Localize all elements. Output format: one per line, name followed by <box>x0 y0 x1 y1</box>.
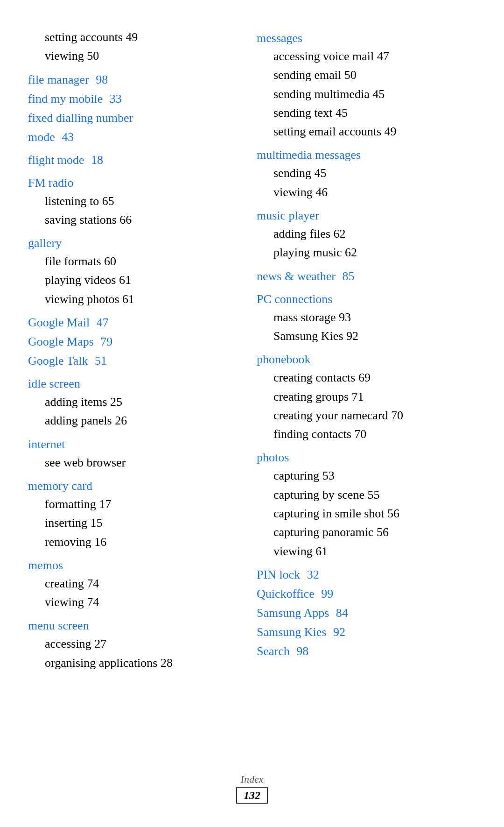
entry-subitem-sending-mm: sending 45 <box>257 164 476 183</box>
entry-subitem-sending-multimedia: sending multimedia 45 <box>257 85 476 104</box>
entry-heading-number-google-maps: 79 <box>98 335 113 348</box>
entry-subitem-number-adding-items: 25 <box>107 395 123 409</box>
entry-subitem-number-adding-files: 62 <box>330 227 346 240</box>
entry-subitem-playing-videos: playing videos 61 <box>28 271 238 290</box>
entry-subitem-number-removing: 16 <box>91 535 107 549</box>
entry-subitem-formatting: formatting 17 <box>28 495 238 514</box>
entry-heading-mode: mode <box>28 130 55 144</box>
index-entry-news-weather: news & weather 85 <box>257 267 476 285</box>
index-entry-pin-lock: PIN lock 32 <box>257 565 476 584</box>
entry-subitem-number-viewing-mm: 46 <box>313 185 328 199</box>
entry-subitem-adding-panels: adding panels 26 <box>28 411 238 430</box>
entry-heading-gallery: gallery <box>28 236 62 250</box>
entry-heading-number-mode: 43 <box>59 130 74 144</box>
entry-heading-fm-radio: FM radio <box>28 176 74 190</box>
entry-subitem-file-formats: file formats 60 <box>28 252 238 271</box>
entry-subitem-sending-text: sending text 45 <box>257 104 476 122</box>
entry-heading-number-samsung-kies: 92 <box>330 625 346 639</box>
entry-subitem-number-creating-namecard: 70 <box>388 409 403 422</box>
index-entry-fixed-dialling-number: fixed dialling number <box>28 109 238 127</box>
entry-subitem-number-organising-applications: 28 <box>157 656 173 670</box>
entry-heading-pc-connections: PC connections <box>257 292 333 306</box>
entry-subitem-adding-items: adding items 25 <box>28 393 238 411</box>
entry-heading-number-find-my-mobile: 33 <box>106 92 122 106</box>
entry-heading-number-news-weather: 85 <box>339 269 355 283</box>
index-entry-google-maps: Google Maps 79 <box>28 332 238 351</box>
entry-heading-number-file-manager: 98 <box>93 73 108 86</box>
entry-heading-google-mail: Google Mail <box>28 316 90 329</box>
entry-subitem-number-capturing-smile-shot: 56 <box>385 507 400 520</box>
entry-subitem-mass-storage: mass storage 93 <box>257 308 476 327</box>
index-entry-phonebook: phonebook <box>257 350 476 368</box>
entry-subitem-number-creating-groups: 71 <box>349 390 364 403</box>
entry-subitem-creating-contacts: creating contacts 69 <box>257 368 476 387</box>
index-entry-google-mail: Google Mail 47 <box>28 313 238 332</box>
entry-heading-number-flight-mode: 18 <box>88 153 104 167</box>
entry-heading-samsung-kies: Samsung Kies <box>257 625 327 639</box>
entry-subitem-saving-stations: saving stations 66 <box>28 211 238 229</box>
index-entry-music-player: music player <box>257 206 476 225</box>
entry-subitem-number-accessing: 27 <box>91 637 107 650</box>
index-entry-samsung-apps: Samsung Apps 84 <box>257 604 476 622</box>
entry-heading-quickoffice: Quickoffice <box>257 587 315 601</box>
entry-heading-multimedia-messages: multimedia messages <box>257 148 361 162</box>
entry-heading-internet: internet <box>28 438 65 451</box>
entry-subitem-accessing: accessing 27 <box>28 635 238 653</box>
entry-subitem-number-adding-panels: 26 <box>112 414 127 427</box>
index-entry-search: Search 98 <box>257 642 476 660</box>
entry-subitem-number-sending-mm: 45 <box>311 166 327 180</box>
page-footer: Index 132 <box>0 773 504 804</box>
entry-subitem-setting-accounts-subitem: setting accounts 49 <box>28 28 238 47</box>
entry-heading-messages: messages <box>257 31 302 45</box>
entry-subitem-number-sending-multimedia: 45 <box>370 87 385 101</box>
index-entry-samsung-kies: Samsung Kies 92 <box>257 623 476 641</box>
entry-heading-flight-mode: flight mode <box>28 153 84 167</box>
entry-heading-memos: memos <box>28 558 63 572</box>
entry-subitem-sending-email: sending email 50 <box>257 66 476 85</box>
entry-subitem-capturing-by-scene: capturing by scene 55 <box>257 486 476 504</box>
entry-heading-number-pin-lock: 32 <box>304 568 319 581</box>
entry-subitem-number-inserting: 15 <box>87 516 103 530</box>
entry-subitem-number-playing-music: 62 <box>342 246 357 259</box>
entry-subitem-finding-contacts: finding contacts 70 <box>257 425 476 444</box>
entry-subitem-organising-applications: organising applications 28 <box>28 654 238 672</box>
entry-subitem-number-capturing-panoramic: 56 <box>373 525 389 539</box>
index-entry-pc-connections: PC connections <box>257 290 476 308</box>
entry-heading-number-search: 98 <box>294 644 309 658</box>
entry-subitem-creating-groups: creating groups 71 <box>257 388 476 406</box>
entry-heading-number-google-talk: 51 <box>91 354 107 368</box>
entry-heading-idle-screen: idle screen <box>28 377 80 390</box>
index-entry-file-manager: file manager 98 <box>28 71 238 89</box>
index-entry-quickoffice: Quickoffice 99 <box>257 585 476 603</box>
entry-subitem-capturing-smile-shot: capturing in smile shot 56 <box>257 504 476 523</box>
entry-subitem-number-creating-memos: 74 <box>84 577 99 590</box>
index-entry-memory-card: memory card <box>28 477 238 495</box>
entry-heading-photos: photos <box>257 451 289 464</box>
entry-subitem-capturing-panoramic: capturing panoramic 56 <box>257 523 476 542</box>
entry-subitem-accessing-voice-mail: accessing voice mail 47 <box>257 47 476 66</box>
entry-subitem-see-web-browser: see web browser <box>28 453 238 472</box>
entry-subitem-number-viewing-subitem-1: 50 <box>84 49 99 63</box>
index-entry-google-talk: Google Talk 51 <box>28 352 238 370</box>
entry-heading-memory-card: memory card <box>28 479 92 493</box>
entry-heading-find-my-mobile: find my mobile <box>28 92 103 106</box>
entry-subitem-number-setting-accounts-subitem: 49 <box>123 30 138 44</box>
entry-subitem-number-finding-contacts: 70 <box>351 427 367 441</box>
entry-heading-file-manager: file manager <box>28 73 89 86</box>
entry-subitem-listening-to: listening to 65 <box>28 192 238 211</box>
entry-subitem-samsung-kies-sub: Samsung Kies 92 <box>257 327 476 346</box>
footer-label: Index <box>0 773 504 785</box>
entry-subitem-viewing-photos: viewing photos 61 <box>28 290 238 309</box>
index-entry-messages: messages <box>257 29 476 47</box>
entry-subitem-number-mass-storage: 93 <box>336 311 351 324</box>
entry-subitem-number-samsung-kies-sub: 92 <box>343 329 359 343</box>
entry-subitem-playing-music: playing music 62 <box>257 243 476 262</box>
entry-subitem-number-creating-contacts: 69 <box>355 371 371 384</box>
entry-subitem-number-viewing-photos: 61 <box>119 292 135 306</box>
entry-subitem-number-file-formats: 60 <box>101 254 117 268</box>
entry-heading-number-samsung-apps: 84 <box>333 606 348 620</box>
entry-heading-menu-screen: menu screen <box>28 619 89 632</box>
entry-subitem-removing: removing 16 <box>28 533 238 551</box>
entry-subitem-viewing-memos: viewing 74 <box>28 593 238 612</box>
entry-subitem-creating-memos: creating 74 <box>28 574 238 593</box>
